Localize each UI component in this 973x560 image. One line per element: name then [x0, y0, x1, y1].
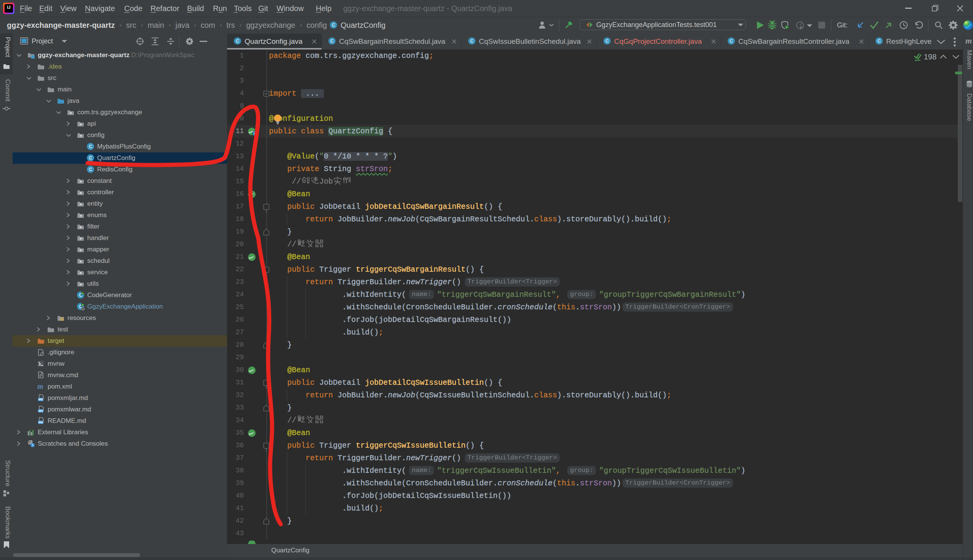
svg-text:MD: MD — [38, 409, 43, 413]
svg-text:C: C — [605, 38, 609, 44]
svg-text:c: c — [254, 132, 257, 136]
svg-text:C: C — [470, 38, 473, 44]
svg-text:C: C — [730, 38, 733, 44]
svg-text:MD: MD — [38, 420, 43, 424]
svg-text:C: C — [89, 155, 92, 161]
svg-text:C: C — [332, 22, 335, 28]
svg-text:MD: MD — [38, 398, 43, 401]
svg-text:C: C — [89, 144, 92, 149]
svg-text:C: C — [330, 38, 334, 44]
svg-text:C: C — [877, 38, 881, 44]
svg-text:C: C — [89, 167, 92, 172]
svg-text:C: C — [236, 38, 239, 44]
